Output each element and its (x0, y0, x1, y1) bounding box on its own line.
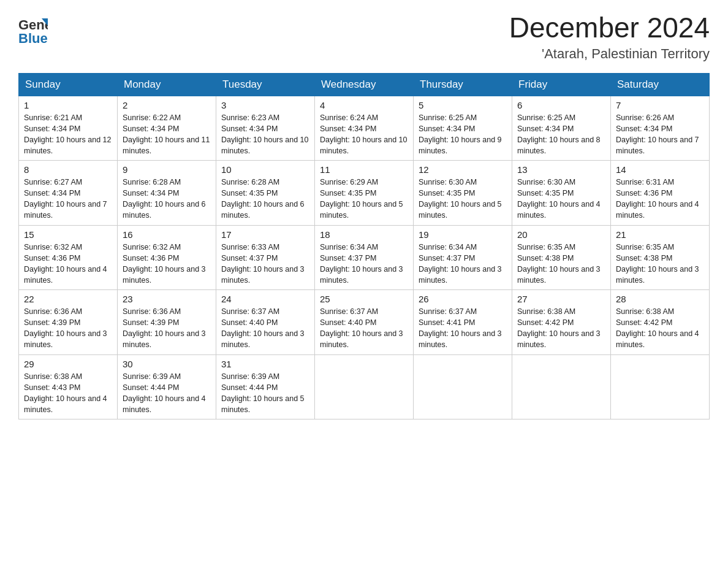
calendar-cell: 8Sunrise: 6:27 AMSunset: 4:34 PMDaylight… (19, 161, 118, 226)
location-title: 'Atarah, Palestinian Territory (509, 46, 710, 62)
day-number: 12 (419, 164, 507, 175)
day-number: 27 (517, 294, 605, 304)
calendar-header-row: SundayMondayTuesdayWednesdayThursdayFrid… (19, 73, 710, 96)
day-number: 2 (123, 100, 211, 110)
calendar-cell: 20Sunrise: 6:35 AMSunset: 4:38 PMDayligh… (512, 225, 611, 290)
day-number: 20 (517, 229, 605, 240)
calendar-cell: 25Sunrise: 6:37 AMSunset: 4:40 PMDayligh… (315, 290, 414, 355)
day-number: 7 (616, 100, 704, 110)
day-number: 24 (221, 294, 309, 304)
calendar-cell: 11Sunrise: 6:29 AMSunset: 4:35 PMDayligh… (315, 161, 414, 226)
calendar-cell: 28Sunrise: 6:38 AMSunset: 4:42 PMDayligh… (611, 290, 710, 355)
day-number: 26 (419, 294, 507, 304)
day-number: 17 (221, 229, 309, 240)
day-info: Sunrise: 6:39 AMSunset: 4:44 PMDaylight:… (221, 371, 309, 416)
calendar-cell: 21Sunrise: 6:35 AMSunset: 4:38 PMDayligh… (611, 225, 710, 290)
calendar-cell: 12Sunrise: 6:30 AMSunset: 4:35 PMDayligh… (414, 161, 512, 226)
day-number: 21 (616, 229, 704, 240)
col-header-thursday: Thursday (414, 73, 512, 96)
calendar-cell: 15Sunrise: 6:32 AMSunset: 4:36 PMDayligh… (19, 225, 118, 290)
calendar-cell: 18Sunrise: 6:34 AMSunset: 4:37 PMDayligh… (315, 225, 414, 290)
calendar-cell (611, 354, 710, 419)
calendar-cell: 17Sunrise: 6:33 AMSunset: 4:37 PMDayligh… (216, 225, 315, 290)
day-info: Sunrise: 6:38 AMSunset: 4:42 PMDaylight:… (616, 306, 704, 351)
day-info: Sunrise: 6:28 AMSunset: 4:34 PMDaylight:… (123, 177, 211, 221)
day-info: Sunrise: 6:28 AMSunset: 4:35 PMDaylight:… (221, 177, 309, 221)
day-number: 9 (123, 164, 211, 175)
calendar-cell: 29Sunrise: 6:38 AMSunset: 4:43 PMDayligh… (19, 354, 118, 419)
logo: General Blue (18, 12, 48, 44)
calendar-cell: 4Sunrise: 6:24 AMSunset: 4:34 PMDaylight… (315, 96, 414, 161)
week-row-5: 29Sunrise: 6:38 AMSunset: 4:43 PMDayligh… (19, 354, 710, 419)
page-header: General Blue December 2024 'Atarah, Pale… (18, 12, 710, 62)
week-row-4: 22Sunrise: 6:36 AMSunset: 4:39 PMDayligh… (19, 290, 710, 355)
day-info: Sunrise: 6:30 AMSunset: 4:35 PMDaylight:… (517, 177, 605, 221)
day-number: 10 (221, 164, 309, 175)
day-info: Sunrise: 6:38 AMSunset: 4:43 PMDaylight:… (24, 371, 112, 416)
day-number: 11 (320, 164, 408, 175)
col-header-monday: Monday (118, 73, 216, 96)
calendar-cell: 24Sunrise: 6:37 AMSunset: 4:40 PMDayligh… (216, 290, 315, 355)
day-number: 16 (123, 229, 211, 240)
calendar-cell: 27Sunrise: 6:38 AMSunset: 4:42 PMDayligh… (512, 290, 611, 355)
calendar-cell: 26Sunrise: 6:37 AMSunset: 4:41 PMDayligh… (414, 290, 512, 355)
calendar-cell: 2Sunrise: 6:22 AMSunset: 4:34 PMDaylight… (118, 96, 216, 161)
day-number: 19 (419, 229, 507, 240)
day-number: 1 (24, 100, 112, 110)
day-number: 8 (24, 164, 112, 175)
day-info: Sunrise: 6:21 AMSunset: 4:34 PMDaylight:… (24, 112, 112, 157)
calendar-cell: 23Sunrise: 6:36 AMSunset: 4:39 PMDayligh… (118, 290, 216, 355)
day-number: 30 (123, 359, 211, 369)
calendar-cell: 3Sunrise: 6:23 AMSunset: 4:34 PMDaylight… (216, 96, 315, 161)
calendar-cell: 13Sunrise: 6:30 AMSunset: 4:35 PMDayligh… (512, 161, 611, 226)
calendar-cell: 9Sunrise: 6:28 AMSunset: 4:34 PMDaylight… (118, 161, 216, 226)
day-info: Sunrise: 6:37 AMSunset: 4:40 PMDaylight:… (221, 306, 309, 351)
day-number: 31 (221, 359, 309, 369)
calendar-cell: 31Sunrise: 6:39 AMSunset: 4:44 PMDayligh… (216, 354, 315, 419)
day-number: 28 (616, 294, 704, 304)
calendar-cell: 1Sunrise: 6:21 AMSunset: 4:34 PMDaylight… (19, 96, 118, 161)
title-area: December 2024 'Atarah, Palestinian Terri… (509, 12, 710, 62)
logo-icon: General Blue (18, 12, 48, 44)
calendar-cell: 7Sunrise: 6:26 AMSunset: 4:34 PMDaylight… (611, 96, 710, 161)
day-info: Sunrise: 6:31 AMSunset: 4:36 PMDaylight:… (616, 177, 704, 221)
day-info: Sunrise: 6:22 AMSunset: 4:34 PMDaylight:… (123, 112, 211, 157)
day-info: Sunrise: 6:26 AMSunset: 4:34 PMDaylight:… (616, 112, 704, 157)
calendar-cell: 6Sunrise: 6:25 AMSunset: 4:34 PMDaylight… (512, 96, 611, 161)
day-number: 15 (24, 229, 112, 240)
day-info: Sunrise: 6:24 AMSunset: 4:34 PMDaylight:… (320, 112, 408, 157)
day-info: Sunrise: 6:38 AMSunset: 4:42 PMDaylight:… (517, 306, 605, 351)
day-info: Sunrise: 6:30 AMSunset: 4:35 PMDaylight:… (419, 177, 507, 221)
calendar-cell: 10Sunrise: 6:28 AMSunset: 4:35 PMDayligh… (216, 161, 315, 226)
day-number: 25 (320, 294, 408, 304)
day-info: Sunrise: 6:32 AMSunset: 4:36 PMDaylight:… (24, 242, 112, 286)
day-number: 3 (221, 100, 309, 110)
day-number: 14 (616, 164, 704, 175)
week-row-3: 15Sunrise: 6:32 AMSunset: 4:36 PMDayligh… (19, 225, 710, 290)
month-title: December 2024 (509, 12, 710, 44)
col-header-tuesday: Tuesday (216, 73, 315, 96)
day-info: Sunrise: 6:33 AMSunset: 4:37 PMDaylight:… (221, 242, 309, 286)
calendar-cell: 19Sunrise: 6:34 AMSunset: 4:37 PMDayligh… (414, 225, 512, 290)
day-info: Sunrise: 6:35 AMSunset: 4:38 PMDaylight:… (517, 242, 605, 286)
calendar-cell: 16Sunrise: 6:32 AMSunset: 4:36 PMDayligh… (118, 225, 216, 290)
day-info: Sunrise: 6:34 AMSunset: 4:37 PMDaylight:… (419, 242, 507, 286)
day-info: Sunrise: 6:34 AMSunset: 4:37 PMDaylight:… (320, 242, 408, 286)
day-number: 5 (419, 100, 507, 110)
day-info: Sunrise: 6:29 AMSunset: 4:35 PMDaylight:… (320, 177, 408, 221)
day-info: Sunrise: 6:32 AMSunset: 4:36 PMDaylight:… (123, 242, 211, 286)
calendar-cell (512, 354, 611, 419)
week-row-2: 8Sunrise: 6:27 AMSunset: 4:34 PMDaylight… (19, 161, 710, 226)
calendar-table: SundayMondayTuesdayWednesdayThursdayFrid… (18, 73, 710, 420)
day-info: Sunrise: 6:25 AMSunset: 4:34 PMDaylight:… (419, 112, 507, 157)
day-info: Sunrise: 6:27 AMSunset: 4:34 PMDaylight:… (24, 177, 112, 221)
day-info: Sunrise: 6:37 AMSunset: 4:40 PMDaylight:… (320, 306, 408, 351)
calendar-cell: 22Sunrise: 6:36 AMSunset: 4:39 PMDayligh… (19, 290, 118, 355)
col-header-saturday: Saturday (611, 73, 710, 96)
week-row-1: 1Sunrise: 6:21 AMSunset: 4:34 PMDaylight… (19, 96, 710, 161)
day-number: 23 (123, 294, 211, 304)
day-number: 4 (320, 100, 408, 110)
calendar-cell: 30Sunrise: 6:39 AMSunset: 4:44 PMDayligh… (118, 354, 216, 419)
day-info: Sunrise: 6:35 AMSunset: 4:38 PMDaylight:… (616, 242, 704, 286)
day-info: Sunrise: 6:39 AMSunset: 4:44 PMDaylight:… (123, 371, 211, 416)
